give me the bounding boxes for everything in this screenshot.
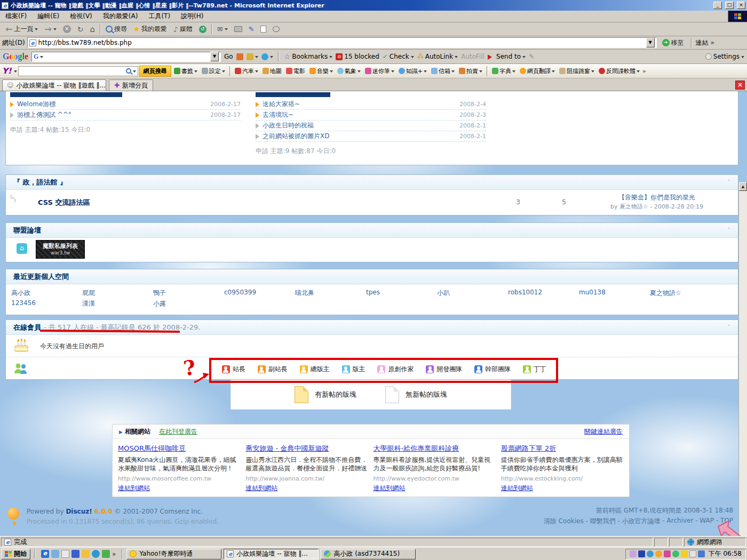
yahoo-item-settings[interactable]: 設定 xyxy=(200,67,227,75)
address-input[interactable]: http://bbs.tw789.net/bbs.php xyxy=(27,37,657,48)
thread-link[interactable]: 游標上傳測試 ^^" xyxy=(17,110,207,119)
quick-launch-icon[interactable] xyxy=(102,550,110,558)
caret-icon[interactable] xyxy=(479,70,482,74)
yahoo-websearch-button[interactable]: 網頁搜尋 xyxy=(139,66,171,77)
tray-icon[interactable] xyxy=(681,550,688,557)
back-button[interactable]: 上一頁 xyxy=(2,23,41,36)
google-search-input[interactable]: G xyxy=(31,52,221,62)
tray-icon[interactable] xyxy=(647,550,654,557)
war3-banner-link[interactable]: 魔獸私服列表 war3.tw xyxy=(36,240,85,259)
quick-launch-icon[interactable] xyxy=(82,550,90,558)
maximize-button[interactable] xyxy=(725,2,734,9)
menu-tools[interactable]: 工具(T) xyxy=(143,12,176,21)
vertical-scrollbar[interactable] xyxy=(738,182,747,536)
google-autolink-button[interactable]: AutoLink xyxy=(417,53,458,60)
task-button-messenger-main[interactable]: Yahoo!奇摩即時通 xyxy=(126,549,221,559)
caret-icon[interactable] xyxy=(591,70,594,74)
ad-visit-link[interactable]: 連結到網站 xyxy=(374,484,496,493)
caret-icon[interactable] xyxy=(194,70,197,74)
close-button[interactable] xyxy=(737,2,745,9)
thread-link[interactable]: 小政生日時的祝福 xyxy=(263,121,456,130)
google-comment-caret[interactable] xyxy=(270,56,273,60)
tray-icon[interactable] xyxy=(638,550,645,557)
tray-icon[interactable] xyxy=(689,550,696,557)
google-search-dropdown[interactable] xyxy=(210,52,219,61)
new-tab-button[interactable]: 新增分頁 xyxy=(109,79,153,91)
go-button[interactable]: 移至 xyxy=(659,36,687,49)
google-folder-button[interactable] xyxy=(247,53,258,60)
caret-icon[interactable] xyxy=(637,70,640,74)
quick-launch-icon[interactable] xyxy=(61,550,69,558)
ad-title-link[interactable]: 股票網路下單 2折 xyxy=(501,444,624,453)
google-go-button[interactable]: Go xyxy=(224,53,233,60)
forward-dropdown-caret[interactable] xyxy=(53,28,57,32)
caret-icon[interactable] xyxy=(357,70,361,74)
post-ad-link[interactable]: 在此刊登廣告 xyxy=(159,427,197,436)
bookmarks-caret[interactable] xyxy=(329,56,332,60)
yahoo-item-dictionary[interactable]: 字典 xyxy=(490,67,517,75)
yahoo-search-input[interactable] xyxy=(18,66,138,76)
space-user-link[interactable]: robs10012 xyxy=(508,289,579,299)
yahoo-item-bookmarks[interactable]: 書籤 xyxy=(172,67,199,75)
caret-icon[interactable] xyxy=(552,70,555,74)
caret-icon[interactable] xyxy=(512,70,515,74)
space-user-link[interactable]: 123456 xyxy=(11,299,82,310)
yahoo-logo-caret[interactable] xyxy=(14,70,17,74)
yahoo-item-popup-blocker[interactable]: 阻擋跳窗 xyxy=(558,67,596,75)
tray-icon[interactable] xyxy=(630,550,637,557)
google-news-icon[interactable] xyxy=(236,53,243,60)
clear-cookies-link[interactable]: 清除 Cookies xyxy=(544,517,584,526)
ad-visit-link[interactable]: 連結到網站 xyxy=(245,484,368,493)
space-user-link[interactable]: 鴨子 xyxy=(153,289,224,299)
yahoo-item-movies[interactable]: 電影 xyxy=(284,67,307,75)
ad-title-link[interactable]: 喬安旅遊 - 金典中國新遊蹤 xyxy=(245,444,368,453)
task-button-chat[interactable]: 高小政 (asd7374415) xyxy=(321,549,416,559)
links-overflow-chevron[interactable] xyxy=(711,39,714,46)
tray-icon[interactable] xyxy=(655,550,662,557)
print-button[interactable] xyxy=(231,23,245,36)
yahoo-item-cars[interactable]: 汽車 xyxy=(233,67,260,75)
thread-link[interactable]: 去清境玩~ xyxy=(263,110,456,119)
yahoo-overflow-chevron[interactable] xyxy=(642,68,646,75)
start-button[interactable]: 開始 xyxy=(1,549,30,559)
task-button-forum[interactable]: 小政娛樂論壇 -- 寵物 ‖... xyxy=(224,549,319,559)
space-user-link[interactable]: tpes xyxy=(366,289,437,299)
ad-title-link[interactable]: 大學眼科-給你專業眼科診療 xyxy=(374,444,496,453)
highlighter-pen-icon[interactable] xyxy=(529,53,534,60)
quick-launch-icon[interactable] xyxy=(71,550,80,558)
last-post-title-link[interactable]: 【音樂盒】你們是我的星光 xyxy=(582,193,732,202)
yahoo-item-minipen[interactable]: 迷你筆 xyxy=(363,67,396,75)
stop-button[interactable] xyxy=(60,23,74,36)
yahoo-item-antispyware[interactable]: 反間諜軟體 xyxy=(597,67,641,75)
yahoo-search-caret[interactable] xyxy=(133,70,136,74)
menu-view[interactable]: 檢視(V) xyxy=(65,12,98,21)
sendto-caret[interactable] xyxy=(522,56,526,60)
quick-launch-ie-icon[interactable] xyxy=(41,550,49,558)
yahoo-logo[interactable]: Y! xyxy=(2,66,12,76)
ime-indicator-icon[interactable] xyxy=(698,550,705,557)
minimize-button[interactable] xyxy=(713,2,722,9)
quick-launch-icon[interactable] xyxy=(92,550,100,558)
space-user-link[interactable]: 漢漢 xyxy=(82,299,153,310)
menu-favorites[interactable]: 我的最愛(A) xyxy=(98,12,144,21)
yahoo-item-knowledge[interactable]: 知識+ xyxy=(397,67,428,75)
space-user-link[interactable]: 小趴 xyxy=(437,289,508,299)
quick-launch-icon[interactable] xyxy=(51,550,59,558)
quick-launch-overflow-chevron[interactable] xyxy=(112,550,116,558)
tab-forum[interactable]: 小政娛樂論壇 -- 寵物 ‖遊戲 ‖... xyxy=(2,79,106,91)
space-user-link[interactable]: 喵北鼻 xyxy=(295,289,366,299)
menu-help[interactable]: 說明(H) xyxy=(176,12,209,21)
mail-button[interactable] xyxy=(214,23,231,36)
media-button[interactable]: 媒體 xyxy=(170,23,196,36)
address-dropdown-button[interactable] xyxy=(646,38,655,47)
back-dropdown-caret[interactable] xyxy=(35,28,38,32)
clock[interactable]: 下午 06:58 xyxy=(709,549,742,558)
official-forum-link[interactable]: 小政官方論壇 xyxy=(616,517,661,526)
caret-icon[interactable] xyxy=(222,70,225,74)
category-title[interactable]: 『 政，語法館 』 xyxy=(13,178,67,187)
ad-title-link[interactable]: MOSOR馬仕得咖啡豆 xyxy=(118,444,241,453)
menu-edit[interactable]: 編輯(E) xyxy=(32,12,65,21)
links-label[interactable]: 連結 xyxy=(696,38,709,47)
mail-dropdown-caret[interactable] xyxy=(225,28,228,32)
google-folder-caret[interactable] xyxy=(255,56,258,60)
